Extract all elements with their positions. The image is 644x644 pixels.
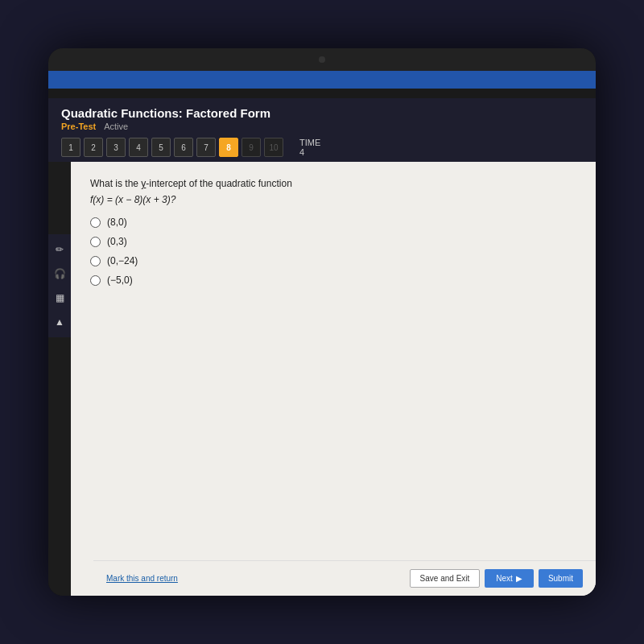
body-area: ✏ 🎧 ▦ ▲ What is the y-intercept of the q… [48,162,596,560]
footer-buttons: Save and Exit Next ▶ Submit [410,569,583,588]
pre-test-label: Pre-Test [61,122,96,131]
calculator-icon[interactable]: ▦ [51,289,68,307]
nav-btn-7[interactable]: 7 [196,138,216,157]
active-label: Active [104,122,128,131]
radio-3[interactable] [90,256,101,266]
option-3[interactable]: (0,−24) [90,255,576,266]
nav-btn-9[interactable]: 9 [242,138,261,157]
footer-bar: Mark this and return Save and Exit Next … [93,560,596,596]
radio-2[interactable] [90,237,101,247]
camera-dot [319,56,325,63]
option-4-label: (−5,0) [107,275,133,286]
nav-btn-4[interactable]: 4 [129,138,148,157]
time-area: TIME 4 [299,138,320,157]
radio-4[interactable] [90,275,101,286]
page-title: Quadratic Functions: Factored Form [61,106,583,120]
top-bar [48,48,596,71]
nav-btn-10[interactable]: 10 [264,138,283,157]
option-4[interactable]: (−5,0) [90,275,576,286]
time-label: TIME [299,138,320,147]
screen-content: Quadratic Functions: Factored Form Pre-T… [48,71,596,596]
nav-btn-6[interactable]: 6 [174,138,193,157]
option-1-label: (8,0) [107,217,127,228]
submit-button[interactable]: Submit [539,569,583,588]
option-1[interactable]: (8,0) [90,217,576,228]
sidebar: ✏ 🎧 ▦ ▲ [48,234,71,337]
radio-1[interactable] [90,217,101,228]
blue-banner [48,71,596,89]
screen-wrapper: Quadratic Functions: Factored Form Pre-T… [48,48,596,596]
next-label: Next [496,574,513,583]
dark-banner [48,89,596,98]
pencil-icon[interactable]: ✏ [51,241,68,258]
nav-btn-8[interactable]: 8 [219,138,238,157]
next-arrow-icon: ▶ [516,574,522,583]
option-2-label: (0,3) [107,236,127,247]
nav-btn-5[interactable]: 5 [151,138,171,157]
footer: Mark this and return Save and Exit Next … [71,560,596,596]
next-button[interactable]: Next ▶ [485,569,534,588]
answer-options: (8,0) (0,3) (0,−24) (−5,0) [90,217,576,286]
option-2[interactable]: (0,3) [90,236,576,247]
nav-btn-1[interactable]: 1 [61,138,80,157]
nav-btn-3[interactable]: 3 [106,138,126,157]
save-exit-button[interactable]: Save and Exit [410,569,481,588]
main-content: What is the y-intercept of the quadratic… [71,162,596,560]
nav-btn-2[interactable]: 2 [84,138,103,157]
arrow-up-icon[interactable]: ▲ [51,313,68,331]
option-3-label: (0,−24) [107,255,138,266]
header-bar: Quadratic Functions: Factored Form Pre-T… [48,98,596,162]
headphone-icon[interactable]: 🎧 [51,265,68,283]
header-subtitle: Pre-Test Active [61,122,583,131]
question-text: What is the y-intercept of the quadratic… [90,176,576,191]
question-nav: 1 2 3 4 5 6 7 8 9 10 [61,138,283,157]
time-value: 4 [299,147,304,157]
question-formula: f(x) = (x − 8)(x + 3)? [90,194,576,205]
mark-return-link[interactable]: Mark this and return [106,574,178,583]
